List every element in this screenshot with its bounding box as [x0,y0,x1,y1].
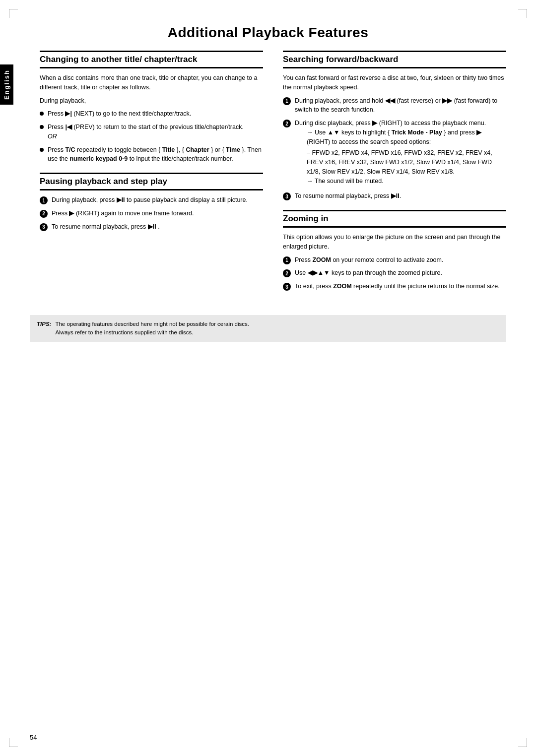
bullet-item-3: Press T/C repeatedly to toggle between {… [40,145,263,164]
page-number: 54 [30,734,37,741]
english-tab: English [0,64,13,105]
tips-text-2: Always refer to the instructions supplie… [55,328,249,337]
search-text-3: To resume normal playback, press ▶II. [295,191,401,201]
pause-text-3: To resume normal playback, press ▶II . [52,222,160,232]
section-changing-title: Changing to another title/ chapter/track… [40,51,263,164]
search-sub-speeds: – FFWD x2, FFWD x4, FFWD x16, FFWD x32, … [307,148,506,176]
zoom-text-3: To exit, press ZOOM repeatedly until the… [295,282,500,291]
zoom-item-1: 1 Press ZOOM on your remote control to a… [283,255,506,265]
section-title-zooming: Zooming in [283,210,506,228]
section-body-changing: When a disc contains more than one track… [40,73,263,164]
section-title-pausing: Pausing playback and step play [40,173,263,190]
num-circle-1: 1 [40,196,48,204]
tips-text-1: The operating features described here mi… [55,320,249,328]
tips-label: TIPS: [37,320,51,328]
zoom-num-3: 3 [283,283,291,291]
zoom-text-2: Use ◀▶▲▼ keys to pan through the zoomed … [295,268,442,278]
corner-mark-bl [9,738,18,747]
tips-content: The operating features described here mi… [55,320,249,337]
bullet-text-3: Press T/C repeatedly to toggle between {… [48,145,263,164]
search-sub-1: → Use ▲▼ keys to highlight { Trick Mode … [307,128,506,147]
main-content: Changing to another title/ chapter/track… [40,51,506,300]
zoom-item-2: 2 Use ◀▶▲▼ keys to pan through the zoome… [283,268,506,278]
search-intro: You can fast forward or fast reverse a d… [283,73,506,92]
num-circle-3: 3 [40,223,48,231]
search-num-1: 1 [283,97,291,105]
page-title: Additional Playback Features [30,25,506,41]
zoom-intro: This option allows you to enlarge the pi… [283,233,506,252]
bullet-dot-1 [40,112,44,116]
zoom-num-1: 1 [283,256,291,264]
zoom-item-3: 3 To exit, press ZOOM repeatedly until t… [283,282,506,291]
section-body-zooming: This option allows you to enlarge the pi… [283,233,506,291]
bullet-dot-3 [40,148,44,152]
left-column: Changing to another title/ chapter/track… [40,51,263,300]
pause-item-3: 3 To resume normal playback, press ▶II . [40,222,263,232]
pause-text-2: Press ▶ (RIGHT) again to move one frame … [52,209,194,218]
search-item-2: 2 During disc playback, press ▶ (RIGHT) … [283,119,506,188]
zoom-text-1: Press ZOOM on your remote control to act… [295,255,443,265]
search-text-2: During disc playback, press ▶ (RIGHT) to… [295,120,486,126]
search-item-3: 3 To resume normal playback, press ▶II. [283,191,506,201]
bullet-item-1: Press ▶| (NEXT) to go to the next title/… [40,109,263,119]
tips-box: TIPS: The operating features described h… [30,315,506,342]
section-body-searching: You can fast forward or fast reverse a d… [283,73,506,201]
section-body-pausing: 1 During playback, press ▶II to pause pl… [40,195,263,231]
search-sub-muted: → The sound will be muted. [307,177,506,186]
pause-item-1: 1 During playback, press ▶II to pause pl… [40,195,263,205]
pause-text-1: During playback, press ▶II to pause play… [52,195,248,205]
right-column: Searching forward/backward You can fast … [283,51,506,300]
page-wrapper: English Additional Playback Features Cha… [0,0,536,756]
numbered-list-zooming: 1 Press ZOOM on your remote control to a… [283,255,506,291]
section-searching: Searching forward/backward You can fast … [283,51,506,201]
during-playback-label: During playback, [40,96,263,106]
section-title-searching: Searching forward/backward [283,51,506,68]
num-circle-2: 2 [40,210,48,218]
search-text-1: During playback, press and hold ◀◀ (fast… [295,96,506,115]
bullet-text-1: Press ▶| (NEXT) to go to the next title/… [48,109,191,119]
numbered-list-pausing: 1 During playback, press ▶II to pause pl… [40,195,263,231]
numbered-list-searching: 1 During playback, press and hold ◀◀ (fa… [283,96,506,201]
section-zooming: Zooming in This option allows you to enl… [283,210,506,291]
section-intro-changing: When a disc contains more than one track… [40,73,263,92]
search-text-2-wrapper: During disc playback, press ▶ (RIGHT) to… [295,119,506,188]
search-num-3: 3 [283,192,291,200]
section-title-changing: Changing to another title/ chapter/track [40,51,263,68]
bullet-item-2: Press |◀ (PREV) to return to the start o… [40,123,263,141]
section-pausing: Pausing playback and step play 1 During … [40,173,263,231]
zoom-num-2: 2 [283,269,291,277]
search-item-1: 1 During playback, press and hold ◀◀ (fa… [283,96,506,115]
corner-mark-br [518,738,527,747]
search-num-2: 2 [283,120,291,127]
bullet-text-2: Press |◀ (PREV) to return to the start o… [48,123,244,141]
bullet-dot-2 [40,125,44,129]
pause-item-2: 2 Press ▶ (RIGHT) again to move one fram… [40,209,263,218]
corner-mark-tr [518,9,527,18]
bullet-list-changing: Press ▶| (NEXT) to go to the next title/… [40,109,263,164]
corner-mark-tl [9,9,18,18]
